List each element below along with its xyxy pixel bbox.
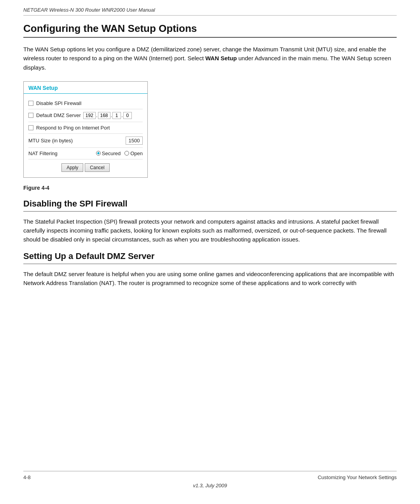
dmz-section-title: Setting Up a Default DMZ Server	[23, 251, 397, 261]
figure-caption: Figure 4-4	[23, 185, 397, 191]
default-dmz-label: Default DMZ Server	[36, 112, 81, 118]
footer: 4-8 Customizing Your Network Settings v1…	[23, 463, 397, 488]
dmz-ip-fields: . . .	[83, 112, 132, 119]
wan-buttons-row: Apply Cancel	[28, 159, 143, 173]
doc-meta: NETGEAR Wireless-N 300 Router WNR2000 Us…	[23, 7, 397, 13]
default-dmz-checkbox[interactable]	[28, 113, 33, 118]
dmz-ip-octet2[interactable]	[98, 112, 110, 119]
nat-secured-radio[interactable]	[96, 151, 101, 156]
dmz-ip-octet4[interactable]	[123, 112, 132, 119]
mtu-row: MTU Size (in bytes) 1500	[28, 134, 143, 148]
wan-setup-title: WAN Setup	[24, 82, 147, 94]
dmz-section-text: The default DMZ server feature is helpfu…	[23, 270, 397, 288]
default-dmz-row: Default DMZ Server . . .	[28, 109, 143, 122]
nat-filtering-row: NAT Filtering Secured Open	[28, 148, 143, 159]
wan-setup-panel: WAN Setup Disable SPI Firewall Default D…	[23, 81, 148, 178]
dmz-ip-octet1[interactable]	[83, 112, 96, 119]
respond-ping-row: Respond to Ping on Internet Port	[28, 122, 143, 134]
ip-dot-3: .	[121, 112, 123, 118]
ip-dot-2: .	[111, 112, 112, 118]
respond-ping-label: Respond to Ping on Internet Port	[36, 125, 110, 131]
footer-right: Customizing Your Network Settings	[318, 474, 397, 480]
nat-open-option[interactable]: Open	[124, 150, 143, 156]
nat-radio-group: Secured Open	[96, 150, 143, 156]
apply-button[interactable]: Apply	[61, 163, 83, 172]
page-title: Configuring the WAN Setup Options	[23, 23, 397, 35]
ip-dot-1: .	[96, 112, 98, 118]
nat-secured-label: Secured	[102, 150, 121, 156]
spi-section-text: The Stateful Packet Inspection (SPI) fir…	[23, 217, 397, 244]
cancel-button[interactable]: Cancel	[85, 163, 109, 172]
dmz-ip-octet3[interactable]	[112, 112, 121, 119]
footer-page: 4-8	[23, 474, 31, 480]
nat-open-label: Open	[130, 150, 143, 156]
nat-secured-option[interactable]: Secured	[96, 150, 121, 156]
nat-open-radio[interactable]	[124, 151, 129, 156]
mtu-label: MTU Size (in bytes)	[28, 138, 73, 144]
footer-version: v1.3, July 2009	[193, 483, 227, 488]
disable-spi-checkbox[interactable]	[28, 101, 33, 106]
intro-paragraph: The WAN Setup options let you configure …	[23, 45, 397, 72]
nat-label: NAT Filtering	[28, 150, 58, 156]
disable-spi-label: Disable SPI Firewall	[36, 100, 81, 106]
mtu-value[interactable]: 1500	[126, 136, 143, 145]
spi-section-title: Disabling the SPI Firewall	[23, 199, 397, 209]
disable-spi-row: Disable SPI Firewall	[28, 98, 143, 109]
respond-ping-checkbox[interactable]	[28, 125, 33, 130]
